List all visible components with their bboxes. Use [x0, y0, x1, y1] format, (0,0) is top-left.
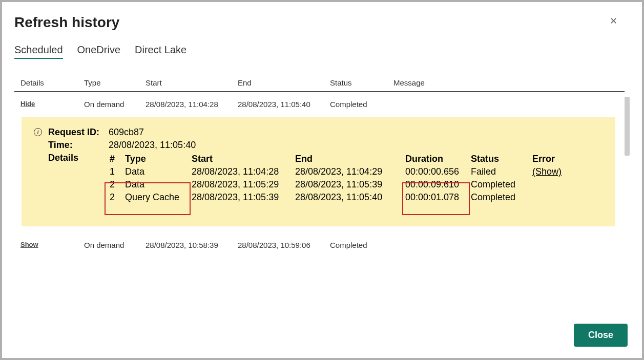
table-header: Details Type Start End Status Message: [14, 78, 625, 92]
subrow-status: Completed: [470, 191, 531, 204]
subrow-status: Completed: [470, 178, 531, 191]
tab-scheduled[interactable]: Scheduled: [14, 44, 63, 59]
toggle-hide-link[interactable]: Hide: [20, 100, 84, 108]
row-status: Completed: [330, 241, 393, 249]
details-label: Details: [48, 153, 109, 163]
subrow-error: [531, 178, 572, 191]
col-type: Type: [84, 78, 146, 87]
subcol-error: Error: [531, 153, 572, 165]
close-icon[interactable]: ✕: [610, 16, 617, 26]
refresh-history-dialog: ✕ Refresh history Scheduled OneDrive Dir…: [2, 2, 642, 358]
subrow-duration: 00:00:00.656: [404, 165, 470, 178]
row-end: 28/08/2023, 11:05:40: [238, 100, 330, 109]
row-status: Completed: [330, 100, 393, 109]
subcol-status: Status: [470, 153, 531, 165]
error-show-link[interactable]: (Show): [531, 165, 572, 178]
subrow-num: 1: [109, 165, 124, 178]
row-type: On demand: [84, 100, 146, 109]
subrow-end: 28/08/2023, 11:04:29: [294, 165, 404, 178]
subrow-start: 28/08/2023, 11:05:29: [191, 178, 294, 191]
table-row: Hide On demand 28/08/2023, 11:04:28 28/0…: [14, 92, 625, 117]
scrollbar[interactable]: [625, 97, 630, 156]
row-type: On demand: [84, 241, 146, 249]
request-id-value: 609cb87: [109, 127, 144, 138]
close-button[interactable]: Close: [574, 324, 628, 347]
subrow-status: Failed: [470, 165, 531, 178]
tab-onedrive[interactable]: OneDrive: [77, 44, 120, 59]
dialog-title: Refresh history: [14, 14, 630, 31]
subcol-type: Type: [124, 153, 191, 165]
info-icon: i: [34, 128, 42, 136]
subcol-num: #: [109, 153, 124, 165]
col-status: Status: [330, 78, 393, 87]
subrow-start: 28/08/2023, 11:05:39: [191, 191, 294, 204]
col-message: Message: [393, 78, 615, 87]
tab-directlake[interactable]: Direct Lake: [135, 44, 186, 59]
annotation-box: [105, 182, 191, 215]
col-end: End: [238, 78, 330, 87]
row-start: 28/08/2023, 10:58:39: [146, 241, 238, 249]
time-label: Time:: [48, 140, 109, 151]
details-panel: i Request ID: 609cb87 Time: 28/08/2023, …: [22, 117, 615, 226]
request-id-label: Request ID:: [48, 127, 109, 138]
subrow-type: Data: [124, 165, 191, 178]
time-value: 28/08/2023, 11:05:40: [109, 140, 196, 151]
tabs: Scheduled OneDrive Direct Lake: [14, 44, 630, 59]
toggle-show-link[interactable]: Show: [20, 241, 84, 248]
subrow-error: [531, 191, 572, 204]
col-details: Details: [20, 78, 84, 87]
subrow-start: 28/08/2023, 11:04:28: [191, 165, 294, 178]
annotation-box: [402, 182, 470, 215]
dialog-footer: Close: [574, 324, 628, 347]
col-start: Start: [146, 78, 238, 87]
table-row: Show On demand 28/08/2023, 10:58:39 28/0…: [14, 232, 625, 258]
row-start: 28/08/2023, 11:04:28: [146, 100, 238, 109]
details-sub-table: # Type Start End Duration Status Error 1…: [109, 153, 572, 204]
subrow-end: 28/08/2023, 11:05:40: [294, 191, 404, 204]
subrow-end: 28/08/2023, 11:05:39: [294, 178, 404, 191]
subcol-start: Start: [191, 153, 294, 165]
table-body: Hide On demand 28/08/2023, 11:04:28 28/0…: [14, 92, 630, 307]
subcol-end: End: [294, 153, 404, 165]
subcol-duration: Duration: [404, 153, 470, 165]
row-end: 28/08/2023, 10:59:06: [238, 241, 330, 249]
